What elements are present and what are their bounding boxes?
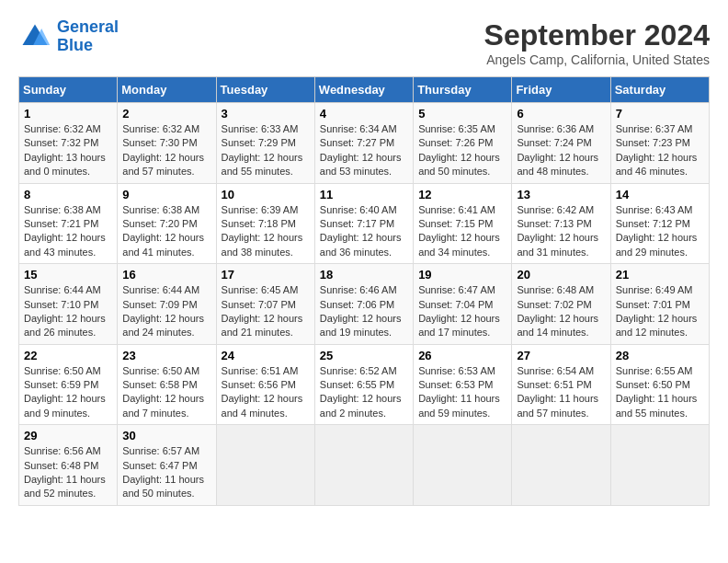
day-info: Sunrise: 6:38 AM Sunset: 7:21 PM Dayligh… bbox=[24, 203, 112, 260]
day-info: Sunrise: 6:43 AM Sunset: 7:12 PM Dayligh… bbox=[616, 203, 704, 260]
page-title: September 2024 bbox=[484, 18, 710, 52]
day-info: Sunrise: 6:38 AM Sunset: 7:20 PM Dayligh… bbox=[122, 203, 210, 260]
column-header-wednesday: Wednesday bbox=[314, 77, 413, 103]
day-info: Sunrise: 6:36 AM Sunset: 7:24 PM Dayligh… bbox=[517, 122, 605, 179]
day-number: 2 bbox=[122, 107, 210, 121]
day-number: 8 bbox=[24, 188, 112, 201]
day-info: Sunrise: 6:52 AM Sunset: 6:55 PM Dayligh… bbox=[320, 364, 408, 421]
day-number: 3 bbox=[222, 107, 310, 121]
day-info: Sunrise: 6:54 AM Sunset: 6:51 PM Dayligh… bbox=[517, 364, 605, 421]
day-number: 11 bbox=[320, 188, 408, 201]
day-number: 5 bbox=[418, 107, 506, 121]
calendar-week-2: 8Sunrise: 6:38 AM Sunset: 7:21 PM Daylig… bbox=[19, 183, 710, 264]
calendar-cell: 8Sunrise: 6:38 AM Sunset: 7:21 PM Daylig… bbox=[19, 183, 118, 264]
calendar-cell: 29Sunrise: 6:56 AM Sunset: 6:48 PM Dayli… bbox=[19, 425, 118, 506]
day-info: Sunrise: 6:47 AM Sunset: 7:04 PM Dayligh… bbox=[418, 283, 506, 340]
calendar-cell: 13Sunrise: 6:42 AM Sunset: 7:13 PM Dayli… bbox=[512, 183, 610, 264]
day-info: Sunrise: 6:42 AM Sunset: 7:13 PM Dayligh… bbox=[517, 203, 605, 260]
day-number: 16 bbox=[122, 268, 210, 282]
day-number: 14 bbox=[616, 188, 704, 201]
calendar-cell bbox=[414, 425, 512, 506]
column-header-tuesday: Tuesday bbox=[216, 77, 314, 103]
day-number: 26 bbox=[418, 349, 506, 362]
day-info: Sunrise: 6:33 AM Sunset: 7:29 PM Dayligh… bbox=[222, 122, 310, 179]
column-header-monday: Monday bbox=[118, 77, 216, 103]
calendar-cell: 12Sunrise: 6:41 AM Sunset: 7:15 PM Dayli… bbox=[414, 183, 512, 264]
day-info: Sunrise: 6:41 AM Sunset: 7:15 PM Dayligh… bbox=[418, 203, 506, 260]
calendar-cell: 25Sunrise: 6:52 AM Sunset: 6:55 PM Dayli… bbox=[314, 344, 413, 425]
logo-icon bbox=[18, 20, 51, 53]
calendar-cell: 18Sunrise: 6:46 AM Sunset: 7:06 PM Dayli… bbox=[314, 264, 413, 345]
calendar-cell: 11Sunrise: 6:40 AM Sunset: 7:17 PM Dayli… bbox=[314, 183, 413, 264]
calendar-cell: 7Sunrise: 6:37 AM Sunset: 7:23 PM Daylig… bbox=[610, 103, 709, 184]
day-number: 18 bbox=[320, 268, 408, 282]
calendar-cell: 28Sunrise: 6:55 AM Sunset: 6:50 PM Dayli… bbox=[610, 344, 709, 425]
day-info: Sunrise: 6:37 AM Sunset: 7:23 PM Dayligh… bbox=[616, 122, 704, 179]
calendar-cell: 23Sunrise: 6:50 AM Sunset: 6:58 PM Dayli… bbox=[118, 344, 216, 425]
calendar-cell: 20Sunrise: 6:48 AM Sunset: 7:02 PM Dayli… bbox=[512, 264, 610, 345]
day-info: Sunrise: 6:32 AM Sunset: 7:32 PM Dayligh… bbox=[24, 122, 112, 179]
calendar-cell: 2Sunrise: 6:32 AM Sunset: 7:30 PM Daylig… bbox=[118, 103, 216, 184]
day-number: 12 bbox=[418, 188, 506, 201]
day-number: 1 bbox=[24, 107, 112, 121]
page-header: General Blue September 2024 Angels Camp,… bbox=[18, 18, 710, 67]
day-info: Sunrise: 6:55 AM Sunset: 6:50 PM Dayligh… bbox=[616, 364, 704, 421]
day-number: 24 bbox=[222, 349, 310, 362]
calendar-cell bbox=[610, 425, 709, 506]
calendar-cell: 4Sunrise: 6:34 AM Sunset: 7:27 PM Daylig… bbox=[314, 103, 413, 184]
day-info: Sunrise: 6:32 AM Sunset: 7:30 PM Dayligh… bbox=[122, 122, 210, 179]
calendar-cell: 21Sunrise: 6:49 AM Sunset: 7:01 PM Dayli… bbox=[610, 264, 709, 345]
calendar-cell: 14Sunrise: 6:43 AM Sunset: 7:12 PM Dayli… bbox=[610, 183, 709, 264]
day-info: Sunrise: 6:51 AM Sunset: 6:56 PM Dayligh… bbox=[222, 364, 310, 421]
calendar-cell bbox=[216, 425, 314, 506]
day-info: Sunrise: 6:34 AM Sunset: 7:27 PM Dayligh… bbox=[320, 122, 408, 179]
page-subtitle: Angels Camp, California, United States bbox=[484, 52, 710, 67]
calendar-cell: 1Sunrise: 6:32 AM Sunset: 7:32 PM Daylig… bbox=[19, 103, 118, 184]
day-info: Sunrise: 6:56 AM Sunset: 6:48 PM Dayligh… bbox=[24, 444, 112, 501]
day-info: Sunrise: 6:53 AM Sunset: 6:53 PM Dayligh… bbox=[418, 364, 506, 421]
day-number: 25 bbox=[320, 349, 408, 362]
column-header-saturday: Saturday bbox=[610, 77, 709, 103]
day-number: 28 bbox=[616, 349, 704, 362]
calendar-cell: 17Sunrise: 6:45 AM Sunset: 7:07 PM Dayli… bbox=[216, 264, 314, 345]
calendar-cell: 5Sunrise: 6:35 AM Sunset: 7:26 PM Daylig… bbox=[414, 103, 512, 184]
calendar-week-1: 1Sunrise: 6:32 AM Sunset: 7:32 PM Daylig… bbox=[19, 103, 710, 184]
calendar-cell: 26Sunrise: 6:53 AM Sunset: 6:53 PM Dayli… bbox=[414, 344, 512, 425]
day-number: 29 bbox=[24, 429, 112, 442]
calendar-cell: 19Sunrise: 6:47 AM Sunset: 7:04 PM Dayli… bbox=[414, 264, 512, 345]
day-number: 7 bbox=[616, 107, 704, 121]
day-info: Sunrise: 6:35 AM Sunset: 7:26 PM Dayligh… bbox=[418, 122, 506, 179]
calendar-cell: 22Sunrise: 6:50 AM Sunset: 6:59 PM Dayli… bbox=[19, 344, 118, 425]
column-header-friday: Friday bbox=[512, 77, 610, 103]
day-number: 22 bbox=[24, 349, 112, 362]
day-number: 4 bbox=[320, 107, 408, 121]
day-number: 9 bbox=[122, 188, 210, 201]
day-info: Sunrise: 6:46 AM Sunset: 7:06 PM Dayligh… bbox=[320, 283, 408, 340]
calendar-cell: 10Sunrise: 6:39 AM Sunset: 7:18 PM Dayli… bbox=[216, 183, 314, 264]
day-number: 15 bbox=[24, 268, 112, 282]
column-header-thursday: Thursday bbox=[414, 77, 512, 103]
day-info: Sunrise: 6:50 AM Sunset: 6:59 PM Dayligh… bbox=[24, 364, 112, 421]
logo-text: General Blue bbox=[57, 18, 119, 55]
day-info: Sunrise: 6:49 AM Sunset: 7:01 PM Dayligh… bbox=[616, 283, 704, 340]
day-info: Sunrise: 6:50 AM Sunset: 6:58 PM Dayligh… bbox=[122, 364, 210, 421]
day-info: Sunrise: 6:48 AM Sunset: 7:02 PM Dayligh… bbox=[517, 283, 605, 340]
day-number: 27 bbox=[517, 349, 605, 362]
day-info: Sunrise: 6:57 AM Sunset: 6:47 PM Dayligh… bbox=[122, 444, 210, 501]
calendar-cell bbox=[314, 425, 413, 506]
day-info: Sunrise: 6:44 AM Sunset: 7:09 PM Dayligh… bbox=[122, 283, 210, 340]
calendar-week-4: 22Sunrise: 6:50 AM Sunset: 6:59 PM Dayli… bbox=[19, 344, 710, 425]
day-number: 10 bbox=[222, 188, 310, 201]
calendar-cell: 30Sunrise: 6:57 AM Sunset: 6:47 PM Dayli… bbox=[118, 425, 216, 506]
calendar-cell: 15Sunrise: 6:44 AM Sunset: 7:10 PM Dayli… bbox=[19, 264, 118, 345]
title-area: September 2024 Angels Camp, California, … bbox=[484, 18, 710, 67]
day-number: 20 bbox=[517, 268, 605, 282]
day-number: 17 bbox=[222, 268, 310, 282]
day-number: 23 bbox=[122, 349, 210, 362]
calendar-cell bbox=[512, 425, 610, 506]
calendar-week-5: 29Sunrise: 6:56 AM Sunset: 6:48 PM Dayli… bbox=[19, 425, 710, 506]
column-header-sunday: Sunday bbox=[19, 77, 118, 103]
calendar-cell: 27Sunrise: 6:54 AM Sunset: 6:51 PM Dayli… bbox=[512, 344, 610, 425]
calendar-cell: 9Sunrise: 6:38 AM Sunset: 7:20 PM Daylig… bbox=[118, 183, 216, 264]
day-info: Sunrise: 6:40 AM Sunset: 7:17 PM Dayligh… bbox=[320, 203, 408, 260]
